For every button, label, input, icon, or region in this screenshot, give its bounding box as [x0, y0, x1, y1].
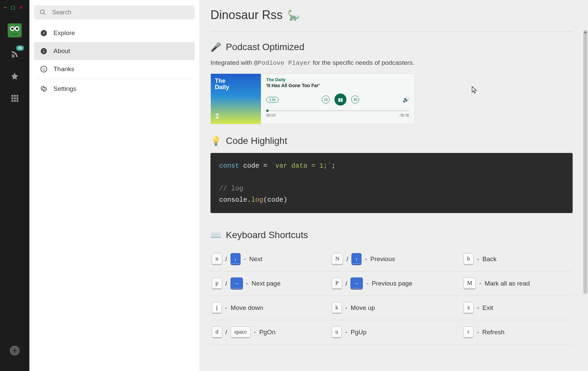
shortcuts-cell: p/→ - Next page — [212, 277, 332, 290]
app-logo[interactable] — [8, 23, 22, 37]
rail-add-button[interactable] — [10, 346, 20, 356]
keyboard-key: k — [332, 302, 342, 314]
compass-icon — [40, 29, 47, 37]
keyboard-key: p — [212, 277, 222, 290]
player-time-remaining: -35:36 — [399, 113, 409, 117]
sidebar-item-thanks[interactable]: Thanks — [34, 60, 195, 78]
svg-rect-6 — [14, 95, 16, 97]
section-heading-code: 💡 Code Highlight — [210, 136, 573, 146]
keyboard-key: j — [212, 302, 222, 314]
shortcuts-row: j - Move downk - Move upx - Exit — [210, 296, 573, 320]
rail-grid-button[interactable] — [7, 91, 22, 106]
svg-point-4 — [16, 27, 18, 30]
shortcuts-row: p/→ - Next pageP/← - Previous pageM - Ma… — [210, 271, 573, 296]
key-separator: / — [226, 255, 227, 263]
shortcut-description: Back — [482, 255, 496, 263]
code-block: const code = `var data = 1;`; // log con… — [210, 153, 573, 213]
search-icon — [39, 9, 46, 16]
svg-point-16 — [44, 68, 45, 69]
window-maximize-button[interactable]: ▢ — [11, 5, 15, 10]
player-publisher: The Daily — [266, 77, 409, 82]
sidebar-item-settings[interactable]: Settings — [34, 80, 195, 98]
shortcut-description: Refresh — [482, 329, 505, 336]
key-separator: / — [346, 255, 348, 263]
section-heading-podcast: 🎤 Podcast Optimized — [210, 42, 573, 52]
shortcuts-cell: x - Exit — [463, 302, 571, 314]
player-fwd30-button[interactable]: 30 — [351, 96, 359, 104]
shortcut-description: Mark all as read — [485, 280, 530, 287]
window-minimize-button[interactable]: – — [4, 5, 7, 10]
shortcuts-cell: j - Move down — [212, 302, 332, 314]
svg-rect-5 — [11, 95, 13, 97]
info-icon — [40, 47, 47, 55]
key-separator: / — [226, 280, 227, 287]
keyboard-key: M — [463, 277, 476, 290]
sidebar-item-label: Thanks — [53, 65, 74, 73]
svg-point-15 — [42, 68, 43, 69]
svg-rect-0 — [8, 23, 22, 37]
shortcut-description: PgOn — [259, 329, 276, 336]
lightbulb-icon: 💡 — [210, 136, 221, 146]
dinosaur-icon: 🦕 — [287, 9, 300, 21]
keyboard-icon: ⌨️ — [210, 230, 221, 240]
svg-rect-8 — [11, 98, 13, 99]
rail-rss-button[interactable]: 39 — [7, 47, 22, 61]
keyboard-key: r — [463, 326, 473, 338]
rail-star-button[interactable] — [7, 69, 22, 83]
shortcut-description: Next — [249, 255, 262, 263]
shortcut-description: Move up — [350, 304, 375, 312]
shortcuts-row: n/↓ - NextN/↑ - Previousb - Back — [210, 247, 573, 271]
sidebar-item-explore[interactable]: Explore — [34, 24, 195, 42]
keyboard-key: u — [332, 326, 342, 338]
svg-point-14 — [41, 66, 47, 72]
shortcuts-cell: N/↑ - Previous — [332, 253, 464, 265]
shortcuts-cell: r - Refresh — [463, 326, 571, 338]
player-speed-button[interactable]: 1.0x — [266, 97, 279, 103]
shortcuts-cell: P/← - Previous page — [332, 277, 464, 290]
search-field[interactable] — [34, 5, 195, 19]
main-content[interactable]: Dinosaur Rss 🦕 🎤 Podcast Optimized Integ… — [200, 0, 588, 371]
keyboard-key: ↑ — [351, 253, 361, 265]
svg-rect-9 — [14, 98, 16, 99]
shortcut-description: Move down — [231, 304, 263, 312]
shortcuts-cell: M - Mark all as read — [463, 277, 571, 290]
svg-rect-12 — [14, 100, 16, 102]
svg-point-3 — [11, 27, 14, 30]
sidebar-item-label: Explore — [53, 29, 75, 37]
search-input[interactable] — [52, 9, 189, 16]
player-back15-button[interactable]: 15 — [322, 96, 330, 104]
scrollbar-thumb[interactable] — [583, 30, 587, 294]
smile-icon — [40, 65, 47, 73]
header-separator — [210, 31, 573, 32]
keyboard-key: P — [332, 277, 342, 290]
keyboard-key: d — [212, 326, 222, 338]
sidebar-item-label: About — [53, 47, 70, 55]
shortcuts-cell: n/↓ - Next — [212, 253, 332, 265]
svg-rect-13 — [16, 100, 18, 102]
section-heading-shortcuts: ⌨️ Keyboard Shortcuts — [210, 230, 573, 240]
keyboard-key: space — [231, 326, 251, 338]
key-separator: / — [345, 280, 347, 287]
player-episode-title: 'It Has All Gone Too Far' — [266, 83, 409, 88]
shortcuts-cell: b - Back — [463, 253, 571, 265]
keyboard-key: N — [332, 253, 343, 265]
shortcut-description: Exit — [482, 304, 493, 312]
shortcuts-row: d/space - PgOnu - PgUpr - Refresh — [210, 320, 573, 345]
shortcut-description: Previous — [371, 255, 395, 263]
scrollbar-arrow-up-icon[interactable]: ▲ — [584, 30, 587, 34]
keyboard-key: → — [231, 277, 243, 290]
shortcut-description: Next page — [252, 280, 281, 287]
player-progress-bar[interactable] — [266, 110, 409, 111]
window-controls: – ▢ ✕ — [4, 5, 23, 10]
svg-rect-7 — [16, 95, 18, 97]
player-volume-button[interactable]: 🔊 — [403, 97, 409, 103]
sidebar-item-about[interactable]: About — [34, 42, 195, 60]
window-close-button[interactable]: ✕ — [19, 5, 23, 10]
player-pause-button[interactable]: ▮▮ — [334, 94, 346, 106]
keyboard-key: ← — [350, 277, 363, 290]
player-time-current: 00:03 — [266, 113, 276, 117]
podcast-player: TheDaily 𝕿 The Daily 'It Has All Gone To… — [210, 73, 415, 124]
sidebar-item-label: Settings — [53, 85, 77, 92]
key-separator: / — [226, 329, 227, 336]
nyt-logo-icon: 𝕿 — [215, 112, 219, 121]
